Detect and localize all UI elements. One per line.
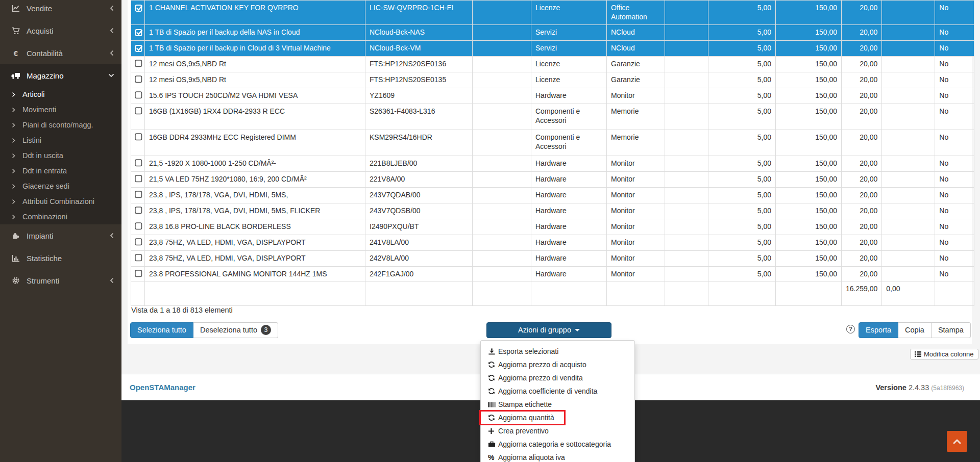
plus-icon	[488, 428, 498, 434]
cell-pct: 20,00	[842, 235, 882, 251]
cell-price: 150,00	[776, 25, 842, 41]
row-checkbox[interactable]	[135, 75, 144, 83]
menu-item-aggiorna-quantit[interactable]: Aggiorna quantità	[481, 411, 634, 424]
row-checkbox[interactable]	[135, 159, 144, 167]
sidebar-subitem-label: Listini	[22, 136, 41, 144]
edit-columns-button[interactable]: Modifica colonne	[910, 349, 978, 360]
help-icon[interactable]: ?	[846, 325, 855, 333]
sidebar-subitem-ddt-in-entrata[interactable]: Ddt in entrata	[0, 163, 121, 178]
cell-price: 150,00	[776, 57, 842, 72]
deselect-all-button[interactable]: Deseleziona tutto3	[193, 322, 278, 338]
chevron-left-icon	[109, 28, 114, 34]
angle-right-icon	[11, 138, 22, 143]
cell-empty	[473, 203, 531, 219]
scroll-to-top-button[interactable]	[947, 431, 967, 452]
menu-item-aggiorna-categoria-e-sottocategoria[interactable]: Aggiorna categoria e sottocategoria	[481, 438, 634, 451]
table-row[interactable]: 23,8 , IPS, 178/178, VGA, DVI, HDMI, 5MS…	[131, 203, 974, 219]
menu-item-crea-preventivo[interactable]: Crea preventivo	[481, 424, 634, 438]
brand-link[interactable]: OpenSTAManager	[130, 383, 195, 392]
menu-item-stampa-etichette[interactable]: Stampa etichette	[481, 398, 634, 411]
sidebar-subitem-giacenze-sedi[interactable]: Giacenze sedi	[0, 178, 121, 194]
row-checkbox[interactable]	[135, 60, 144, 67]
angle-right-icon	[11, 122, 22, 128]
checked-checkbox[interactable]	[135, 28, 144, 37]
cell-description: 23,8 75HZ, VA LED, HDMI, VGA, DISPLAYPOR…	[145, 251, 365, 267]
checked-checkbox[interactable]	[135, 44, 144, 53]
table-row[interactable]: 23,8 16.8 PRO-LINE BLACK BORDERLESSI2490…	[131, 219, 974, 235]
sidebar-subitem-articoli[interactable]: Articoli	[0, 87, 121, 102]
table-row[interactable]: 23,8 75HZ, VA LED, HDMI, VGA, DISPLAYPOR…	[131, 251, 974, 267]
group-actions-button[interactable]: Azioni di gruppo	[486, 322, 611, 338]
cell-subcategory: Memorie	[607, 104, 665, 130]
cell-empty	[473, 88, 531, 104]
cell-empty	[665, 41, 708, 57]
checked-checkbox[interactable]	[135, 4, 144, 12]
sidebar-subitem-attributi-combinazioni[interactable]: Attributi Combinazioni	[0, 194, 121, 209]
esporta-button[interactable]: Esporta	[859, 322, 898, 338]
table-row[interactable]: 16GB (1X16GB) 1RX4 DDR4-2933 R ECCS26361…	[131, 104, 974, 130]
totals-empty-cell	[473, 281, 531, 306]
sidebar-subitem-movimenti[interactable]: Movimenti	[0, 102, 121, 117]
cell-serial: No	[935, 188, 974, 203]
cell-description: 12 mesi OS,9x5,NBD Rt	[145, 72, 365, 88]
table-row[interactable]: 12 mesi OS,9x5,NBD RtFTS:HP12NS20SE0135L…	[131, 72, 974, 88]
sidebar-item-impianti[interactable]: Impianti	[0, 224, 121, 247]
select-all-button[interactable]: Seleziona tutto	[130, 322, 193, 338]
table-row[interactable]: 16GB DDR4 2933MHz ECC Registered DIMMKSM…	[131, 130, 974, 156]
cell-subcategory: Monitor	[607, 251, 665, 267]
table-row[interactable]: 15.6 IPS TOUCH 250CD/M2 VGA HDMI VESAYZ1…	[131, 88, 974, 104]
table-row[interactable]: 1 TB di Spazio per il backup in Cloud di…	[131, 41, 974, 57]
table-row[interactable]: 21,5 -1920 X 1080-1000 1-250 CD/MÂ²-221B…	[131, 156, 974, 172]
stampa-button[interactable]: Stampa	[932, 322, 971, 338]
copia-button[interactable]: Copia	[898, 322, 932, 338]
cell-empty	[473, 104, 531, 130]
cell-serial: No	[935, 25, 974, 41]
sidebar-subitem-ddt-in-uscita[interactable]: Ddt in uscita	[0, 148, 121, 163]
sidebar-subitem-listini[interactable]: Listini	[0, 133, 121, 148]
cell-category: Hardware	[531, 267, 607, 281]
row-checkbox[interactable]	[135, 270, 144, 277]
group-actions-dropdown: Esporta selezionatiAggiorna prezzo di ac…	[480, 340, 635, 462]
table-row[interactable]: 23.8 PROFESSIONAL GAMING MONITOR 144HZ 1…	[131, 267, 974, 281]
sidebar-item-contabilit[interactable]: €Contabilità	[0, 42, 121, 64]
row-checkbox[interactable]	[135, 207, 144, 214]
row-checkbox[interactable]	[135, 91, 144, 99]
menu-item-esporta-selezionati[interactable]: Esporta selezionati	[481, 345, 634, 358]
cell-empty	[665, 72, 708, 88]
table-row[interactable]: 21,5 VA LED 75HZ 1920*1080, 16:9, 200 CD…	[131, 172, 974, 188]
cell-code: LIC-SW-QVRPRO-1CH-EI	[365, 1, 473, 25]
table-row[interactable]: 1 TB di Spazio per il backup della NAS i…	[131, 25, 974, 41]
cell-empty	[665, 172, 708, 188]
cell-empty	[665, 188, 708, 203]
row-checkbox[interactable]	[135, 254, 144, 262]
selection-button-group: Seleziona tutto Deseleziona tutto3	[130, 322, 278, 338]
table-row[interactable]: 23,8 75HZ, VA LED, HDMI, VGA, DISPLAYPOR…	[131, 235, 974, 251]
cell-checkbox	[131, 25, 145, 41]
table-row[interactable]: 23,8 , IPS, 178/178, VGA, DVI, HDMI, 5MS…	[131, 188, 974, 203]
cell-pct: 20,00	[842, 267, 882, 281]
sidebar-item-statistiche[interactable]: Statistiche	[0, 247, 121, 269]
percent-icon: %	[488, 454, 498, 461]
menu-item-aggiorna-prezzo-di-acquisto[interactable]: Aggiorna prezzo di acquisto	[481, 358, 634, 371]
sidebar-subitem-piani-di-sconto-magg[interactable]: Piani di sconto/magg.	[0, 117, 121, 133]
sidebar-subitem-combinazioni[interactable]: Combinazioni	[0, 209, 121, 224]
sidebar-item-magazzino[interactable]: Magazzino	[0, 64, 121, 87]
menu-item-aggiorna-coefficiente-di-vendita[interactable]: Aggiorna coefficiente di vendita	[481, 384, 634, 398]
cell-subcategory: Monitor	[607, 88, 665, 104]
menu-item-aggiorna-aliquota-iva[interactable]: %Aggiorna aliquota iva	[481, 451, 634, 462]
row-checkbox[interactable]	[135, 222, 144, 230]
cell-description: 23,8 , IPS, 178/178, VGA, DVI, HDMI, 5MS…	[145, 203, 365, 219]
sidebar-item-vendite[interactable]: Vendite	[0, 0, 121, 19]
row-checkbox[interactable]	[135, 175, 144, 183]
row-checkbox[interactable]	[135, 133, 144, 141]
sidebar-item-strumenti[interactable]: Strumenti	[0, 269, 121, 292]
table-row[interactable]: 12 mesi OS,9x5,NBD RtFTS:HP12NS20SE0136L…	[131, 57, 974, 72]
menu-item-label: Aggiorna prezzo di vendita	[498, 371, 583, 384]
row-checkbox[interactable]	[135, 238, 144, 246]
sidebar-item-acquisti[interactable]: Acquisti	[0, 19, 121, 42]
row-checkbox[interactable]	[135, 191, 144, 198]
cell-empty	[473, 156, 531, 172]
table-row[interactable]: 1 CHANNEL ACTIVATION KEY FOR QVRPROLIC-S…	[131, 1, 974, 25]
menu-item-aggiorna-prezzo-di-vendita[interactable]: Aggiorna prezzo di vendita	[481, 371, 634, 384]
row-checkbox[interactable]	[135, 107, 144, 115]
